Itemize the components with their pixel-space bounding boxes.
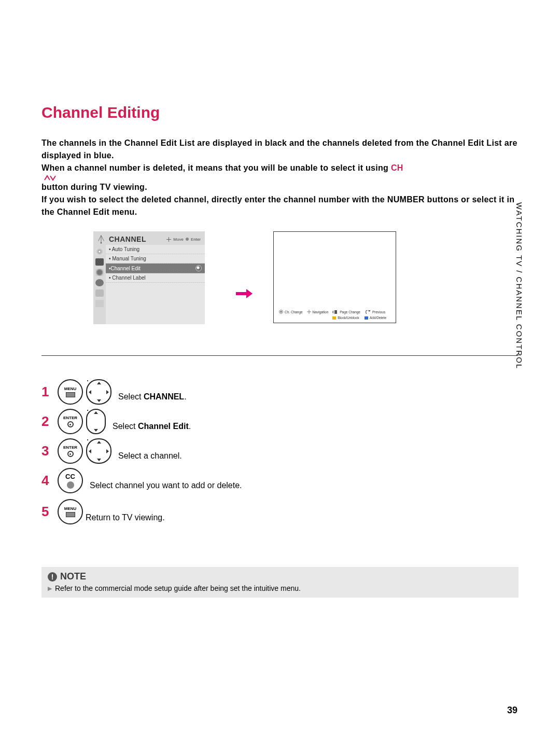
dpad-ud-icon	[86, 409, 106, 434]
menu-button-icon: MENU	[58, 379, 83, 405]
antenna-icon	[96, 234, 106, 244]
hdr-enter-label: Enter	[191, 237, 201, 242]
section-divider	[41, 355, 519, 356]
page-number: 39	[507, 705, 517, 716]
menu-item-channel-edit[interactable]: • Channel Edit	[106, 264, 205, 273]
step-3: 3 ENTER Select a channel.	[41, 438, 519, 464]
bullet-icon: ▶	[48, 585, 52, 592]
hdr-move-label: Move	[173, 237, 184, 242]
sidebar-icon-5	[95, 289, 104, 297]
menu-item-auto-tuning[interactable]: • Auto Tuning	[106, 245, 205, 254]
intro-p3: If you wish to select the deleted channe…	[41, 193, 519, 218]
intro-p1: The channels in the Channel Edit List ar…	[41, 137, 519, 162]
legend-add-delete: Add/Delete	[365, 316, 390, 320]
dpad-icon	[86, 438, 111, 464]
content-area: Channel Editing The channels in the Chan…	[41, 104, 519, 598]
intro-p2: When a channel number is deleted, it mea…	[41, 162, 519, 193]
manual-page: WATCHING TV / CHANNEL CONTROL Channel Ed…	[0, 0, 560, 747]
legend-navigation: Navigation	[307, 310, 333, 314]
channel-menu-panel: CHANNEL Move Enter	[93, 231, 205, 324]
page-title: Channel Editing	[41, 104, 519, 121]
note-box: ! NOTE ▶ Refer to the commercial mode se…	[41, 567, 519, 598]
selected-dot-icon	[195, 265, 202, 271]
legend-previous: Previous	[365, 310, 390, 314]
step-text: Select CHANNEL.	[118, 392, 187, 402]
note-body: ▶ Refer to the commercial mode setup gui…	[48, 584, 512, 592]
sidebar-icon-3	[95, 269, 104, 276]
info-icon: !	[48, 572, 57, 582]
step-2: 2 ENTER Select Channel Edit.	[41, 409, 519, 434]
step-text: Return to TV viewing.	[86, 513, 165, 522]
move-icon	[166, 237, 171, 242]
list-legend: Ch. Change Navigation Page Change Previo…	[274, 310, 396, 320]
note-heading: ! NOTE	[48, 571, 512, 582]
sidebar-icon-6	[95, 300, 104, 307]
step-num: 5	[41, 504, 56, 520]
svg-point-1	[169, 239, 170, 240]
dpad-icon	[86, 379, 111, 405]
step-text: Select a channel.	[118, 451, 182, 461]
channel-menu-list: • Auto Tuning • Manual Tuning • Channel …	[106, 245, 205, 324]
sidebar-icon-2	[95, 258, 104, 266]
legend-block: Block/Unblock	[332, 316, 365, 320]
sidebar-icon-4	[95, 279, 104, 286]
legend-ch-change: Ch. Change	[279, 310, 307, 314]
intro-text: The channels in the Channel Edit List ar…	[41, 137, 519, 218]
channel-menu-title: CHANNEL	[109, 235, 146, 243]
steps-list: 1 MENU Select CHANNEL. 2 ENTER Select Ch…	[41, 379, 519, 525]
nav-cross-icon	[307, 310, 311, 314]
cc-button-icon: CC	[58, 468, 83, 493]
enter-button-icon: ENTER	[58, 409, 83, 434]
menu-item-channel-label[interactable]: • Channel Label	[106, 273, 205, 283]
channel-sidebar-icons	[93, 245, 106, 324]
step-4: 4 CC Select channel you want to add or d…	[41, 468, 519, 493]
legend-page-change: Page Change	[332, 310, 365, 314]
ch-updown-icon	[41, 174, 57, 181]
svg-point-0	[101, 242, 102, 244]
menu-button-icon: MENU	[58, 499, 83, 524]
channel-edit-list-screen: Ch. Change Navigation Page Change Previo…	[273, 231, 396, 323]
intro-p2b: button during TV viewing.	[41, 183, 147, 191]
step-5: 5 MENU Return to TV viewing.	[41, 497, 519, 525]
step-num: 4	[41, 473, 56, 489]
menu-item-manual-tuning[interactable]: • Manual Tuning	[106, 254, 205, 264]
step-1: 1 MENU Select CHANNEL.	[41, 379, 519, 405]
enter-button-icon: ENTER	[58, 438, 83, 464]
sidebar-icon-1	[95, 248, 104, 255]
step-num: 1	[41, 384, 56, 400]
step-num: 2	[41, 413, 56, 430]
step-num: 3	[41, 443, 56, 459]
step-text: Select Channel Edit.	[113, 422, 191, 431]
figure-row: CHANNEL Move Enter	[93, 231, 519, 324]
arrow-right-icon	[236, 289, 253, 298]
step-text: Select channel you want to add or delete…	[90, 481, 242, 490]
channel-menu-header: CHANNEL Move Enter	[93, 231, 205, 245]
enter-dot-icon	[186, 238, 189, 241]
intro-p2a: When a channel number is deleted, it mea…	[41, 163, 391, 172]
